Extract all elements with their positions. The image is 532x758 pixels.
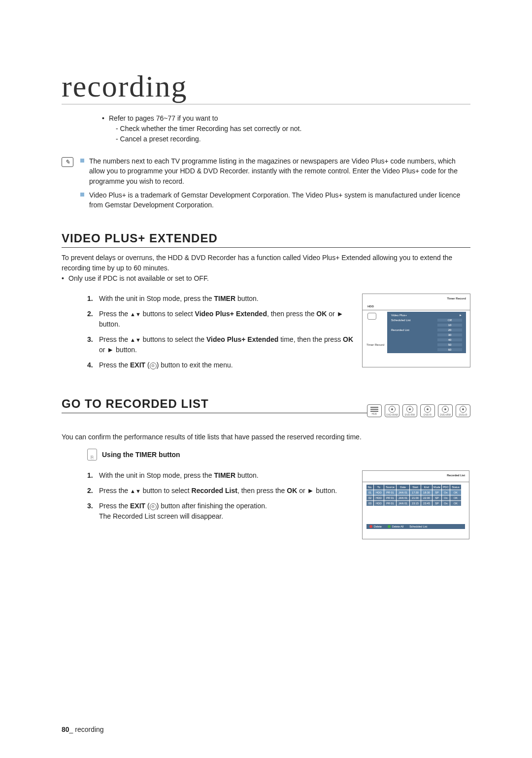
dvd-plus-rw-icon: DVD+RW <box>438 404 453 417</box>
step-num: 3. <box>87 334 99 355</box>
rl-row: 03 HDD PR 01 JAN 01 23:15 23:45 SP On OK <box>366 501 465 506</box>
up-down-arrows-icon <box>130 310 141 318</box>
up-down-arrows-icon <box>130 487 141 494</box>
vpe-intro: To prevent delays or overruns, the HDD &… <box>62 253 470 284</box>
footer-label: _ recording <box>69 725 104 733</box>
dvd-ram-icon: DVD-RAM <box>385 404 399 417</box>
grl-heading: GO TO RECORDED LIST <box>62 397 367 413</box>
tr-title: Timer Record <box>447 297 466 300</box>
timer-button-heading: ⎘ Using the TIMER button <box>87 449 470 461</box>
refer-sub1: - Check whether the timer Recording has … <box>116 124 470 134</box>
refer-sub2: - Cancel a preset recording. <box>116 134 470 144</box>
rl-table: No. To Source Date Start End Mode PDC St… <box>366 485 465 506</box>
rl-row: 02 HDD PR 01 JAN 01 21:00 22:00 SP On OK <box>366 495 465 500</box>
step-num: 1. <box>87 470 99 481</box>
grl-header-row: GO TO RECORDED LIST HDD DVD-RAM DVD-RW D… <box>62 397 470 418</box>
timer-record-figure: Timer Record HDD Video Plus+ ► Scheduled… <box>362 294 470 367</box>
note-icon: ✎ <box>62 157 73 167</box>
note-square-icon <box>80 159 84 163</box>
page-footer: 80_ recording <box>62 725 104 733</box>
dvd-plus-r-icon: DVD+R <box>456 404 470 417</box>
rl-scheduled-btn: Scheduled List <box>409 525 427 528</box>
grl-steps-row: 1. With the unit in Stop mode, press the… <box>62 470 470 539</box>
dvd-rw-icon: DVD-RW <box>402 404 417 417</box>
timer-button-icon: ⎘ <box>87 449 97 461</box>
grl-intro: You can confirm the performance results … <box>62 433 470 441</box>
tr-media-icon <box>367 313 376 320</box>
note-text-2: Video Plus+ is a trademark of Gemstar De… <box>89 190 470 210</box>
recorded-list-figure: Recorded List No. To Source Date Start E… <box>362 470 469 539</box>
tr-sidebar: Timer Record <box>366 343 384 350</box>
rl-row: 01 HDD PR 01 JAN 01 17:30 18:30 SP On OK <box>366 490 465 495</box>
rl-title: Recorded List <box>447 474 465 477</box>
page-title: recording <box>62 69 470 104</box>
page-number: 80 <box>62 725 69 733</box>
exit-circle-icon: ⊙ <box>150 503 157 510</box>
up-down-arrows-icon <box>130 335 141 343</box>
bullet-marker: • <box>62 273 68 284</box>
rl-actions: Delete Delete All Scheduled List <box>366 524 465 529</box>
rl-divider <box>363 482 469 482</box>
step-num: 4. <box>87 360 99 370</box>
vpe-step2: Press the buttons to select Video Plus+ … <box>99 309 354 330</box>
step-num: 2. <box>87 309 99 330</box>
vpe-step3: Press the buttons to select the Video Pl… <box>99 334 354 355</box>
media-icons-row: HDD DVD-RAM DVD-RW DVD-R DVD+RW DVD+R <box>367 404 470 417</box>
timer-button-label: Using the TIMER button <box>102 451 180 459</box>
bullet-marker: • <box>102 113 109 144</box>
step-num: 1. <box>87 294 99 304</box>
tr-divider <box>363 310 470 310</box>
hdd-icon: HDD <box>367 404 382 417</box>
tr-menu: Video Plus+ ► Scheduled List Off 10 Reco… <box>387 312 466 353</box>
step-num: 3. <box>87 501 99 522</box>
vpe-step4: Press the EXIT (⊙) button to exit the me… <box>99 360 354 370</box>
vpe-intro-bullet: Only use if PDC is not available or set … <box>68 273 209 284</box>
tr-hdd-label: HDD <box>367 305 374 308</box>
exit-circle-icon: ⊙ <box>150 363 157 369</box>
step-num: 2. <box>87 486 99 496</box>
refer-block: • Refer to pages 76~77 if you want to - … <box>102 113 470 144</box>
dvd-r-icon: DVD-R <box>420 404 435 417</box>
note-text-1: The numbers next to each TV programme li… <box>89 156 470 186</box>
green-dot-icon <box>388 525 391 528</box>
vpe-heading: VIDEO PLUS+ EXTENDED <box>62 231 470 248</box>
refer-text: Refer to pages 76~77 if you want to <box>109 114 218 122</box>
vpe-steps-row: 1. With the unit in Stop mode, press the… <box>62 294 470 375</box>
grl-step1: With the unit in Stop mode, press the TI… <box>99 470 354 481</box>
note-box: ✎ The numbers next to each TV programme … <box>62 156 470 214</box>
red-dot-icon <box>369 525 372 528</box>
title-underline: recording <box>62 69 470 104</box>
vpe-intro-text: To prevent delays or overruns, the HDD &… <box>62 253 470 273</box>
rl-delete-all-btn: Delete All <box>388 525 403 528</box>
grl-step2: Press the button to select Recorded List… <box>99 486 354 496</box>
rl-delete-btn: Delete <box>369 525 382 528</box>
grl-step3: Press the EXIT (⊙) button after finishin… <box>99 501 354 522</box>
vpe-step1: With the unit in Stop mode, press the TI… <box>99 294 354 304</box>
note-square-icon <box>80 193 84 197</box>
